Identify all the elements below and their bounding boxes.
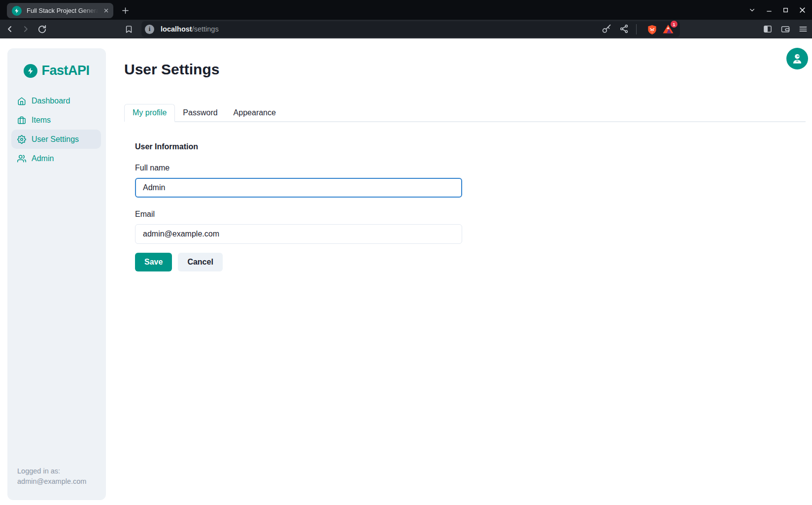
sidebar-toggle-icon[interactable]: [763, 24, 773, 34]
sidebar-item-dashboard[interactable]: Dashboard: [11, 91, 101, 110]
back-button[interactable]: [5, 24, 15, 34]
section-title: User Information: [135, 142, 806, 151]
fastapi-logo: FastAPI: [7, 48, 106, 78]
email-label: Email: [135, 210, 806, 219]
url-bar[interactable]: i localhost/settings 1: [141, 21, 680, 37]
tab-appearance[interactable]: Appearance: [226, 104, 284, 121]
settings-tabs: My profile Password Appearance: [124, 104, 806, 122]
window-controls: [747, 0, 807, 20]
sidebar-item-items[interactable]: Items: [11, 110, 101, 130]
reload-button[interactable]: [37, 24, 47, 34]
new-tab-button[interactable]: [119, 4, 131, 16]
logged-in-email: admin@example.com: [17, 476, 86, 487]
tab-close-icon[interactable]: [102, 6, 110, 15]
sidebar-item-label: Dashboard: [32, 97, 70, 105]
main-content: User Settings My profile Password Appear…: [124, 38, 806, 271]
logged-in-label: Logged in as:: [17, 466, 86, 477]
briefcase-icon: [17, 116, 26, 125]
cancel-button[interactable]: Cancel: [178, 253, 222, 271]
forward-button[interactable]: [21, 24, 31, 34]
fastapi-logo-icon: [24, 64, 37, 78]
brave-shields-icon[interactable]: [646, 24, 656, 34]
sidebar-item-label: User Settings: [32, 135, 79, 144]
sidebar-item-label: Admin: [32, 154, 54, 163]
users-icon: [17, 154, 26, 163]
user-avatar-icon: [791, 52, 804, 65]
browser-tabstrip: Full Stack Project Genera: [0, 0, 812, 20]
app-sidebar: FastAPI Dashboard Items User Settings Ad…: [7, 48, 106, 500]
url-path: /settings: [192, 25, 219, 33]
save-button[interactable]: Save: [135, 253, 172, 271]
site-info-icon[interactable]: i: [145, 25, 154, 34]
rewards-badge: 1: [671, 21, 677, 28]
minimize-button[interactable]: [764, 5, 774, 15]
page-title: User Settings: [124, 61, 806, 78]
sidebar-item-label: Items: [32, 116, 51, 125]
toolbar-right-icons: [763, 20, 808, 38]
sidebar-item-user-settings[interactable]: User Settings: [11, 130, 101, 149]
home-icon: [17, 97, 26, 105]
fastapi-logo-text: FastAPI: [41, 63, 89, 78]
url-text: localhost/settings: [161, 25, 219, 33]
bookmark-icon[interactable]: [124, 24, 134, 34]
tab-title: Full Stack Project Genera: [27, 7, 102, 14]
tab-my-profile[interactable]: My profile: [124, 104, 175, 122]
maximize-button[interactable]: [781, 5, 790, 15]
sidebar-item-admin[interactable]: Admin: [11, 149, 101, 168]
close-window-button[interactable]: [798, 5, 807, 15]
full-name-label: Full name: [135, 164, 806, 172]
full-name-input[interactable]: [135, 178, 462, 198]
user-avatar-button[interactable]: [786, 48, 808, 69]
tab-password[interactable]: Password: [175, 104, 225, 121]
gear-icon: [17, 135, 26, 144]
browser-tab[interactable]: Full Stack Project Genera: [7, 3, 113, 18]
url-host: localhost: [161, 25, 192, 33]
menu-hamburger-icon[interactable]: [798, 24, 808, 34]
fastapi-favicon-icon: [12, 6, 22, 16]
profile-panel: User Information Full name Email Save Ca…: [124, 122, 806, 271]
form-buttons: Save Cancel: [135, 253, 806, 271]
omnibox-divider: [636, 24, 637, 34]
sidebar-nav: Dashboard Items User Settings Admin: [7, 91, 106, 168]
brave-rewards-button[interactable]: 1: [662, 23, 674, 35]
logged-in-info: Logged in as: admin@example.com: [17, 466, 86, 488]
email-input[interactable]: [135, 224, 462, 244]
wallet-icon[interactable]: [780, 24, 790, 34]
share-icon[interactable]: [619, 24, 629, 34]
password-key-icon[interactable]: [602, 24, 611, 34]
tab-search-chevron-icon[interactable]: [747, 5, 757, 15]
